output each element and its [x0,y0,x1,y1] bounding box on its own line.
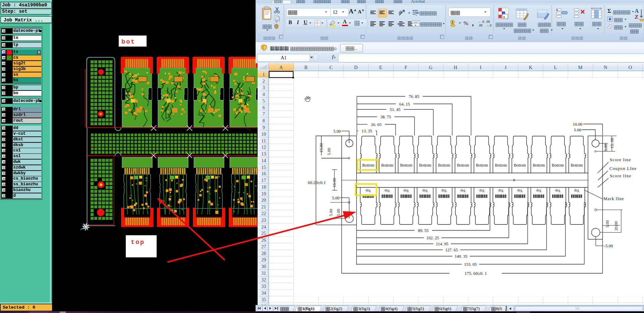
svg-text:32: 32 [261,277,266,283]
svg-text:Score lIne: Score lIne [610,174,631,178]
svg-text:Bottom: Bottom [552,163,564,168]
svg-text:Bottom: Bottom [400,163,413,168]
svg-text:23: 23 [261,218,266,223]
svg-text:8: 8 [263,118,265,123]
svg-text:140. 35: 140. 35 [455,254,468,259]
svg-text:I: I [480,65,482,70]
svg-text:34: 34 [261,291,266,296]
svg-text:9: 9 [263,125,265,130]
svg-text:64. 15: 64. 15 [399,102,410,107]
svg-text:13: 13 [261,151,266,156]
svg-text:30: 30 [261,264,266,269]
svg-text:15: 15 [261,165,266,170]
svg-text:Mark lIne: Mark lIne [603,196,624,201]
svg-text:102. 25: 102. 25 [426,236,439,240]
svg-text:89. 55: 89. 55 [418,228,428,233]
svg-text:-5.00: -5.00 [604,244,613,248]
svg-text:Bottom: Bottom [571,163,583,168]
svg-text:16: 16 [261,171,266,176]
svg-text:Top: Top [479,189,485,193]
svg-text:2: 2 [263,79,265,84]
svg-text:33: 33 [261,284,266,289]
svg-text:14: 14 [261,158,266,163]
svg-text:76. 85: 76. 85 [409,94,419,99]
svg-text:18: 18 [261,185,266,190]
svg-text:Bottom: Bottom [533,163,545,168]
svg-text:Top: Top [555,189,560,193]
svg-text:10.00: 10.00 [573,122,582,127]
svg-text:21: 21 [261,204,266,209]
svg-text:5.00: 5.00 [574,128,581,132]
svg-text:28: 28 [261,251,266,256]
svg-text:20.00: 20.00 [614,221,619,231]
svg-text:153. 05: 153. 05 [464,262,477,267]
svg-text:38. 75: 38. 75 [380,115,391,119]
svg-text:Top: Top [422,189,428,193]
svg-text:Top: Top [460,189,466,193]
svg-text:13. 35: 13. 35 [362,129,372,133]
svg-text:Top: Top [441,189,447,193]
svg-text:M: M [578,65,583,70]
svg-text:top: top [131,239,145,246]
svg-text:19: 19 [261,191,266,196]
svg-text:5: 5 [263,99,265,104]
svg-text:35: 35 [261,297,266,302]
svg-text:5.00: 5.00 [332,196,339,200]
svg-text:Bottom: Bottom [476,163,488,168]
svg-text:20: 20 [261,198,266,203]
svg-text:G: G [429,65,433,70]
svg-text:127. 65: 127. 65 [445,248,458,252]
svg-text:10: 10 [261,132,266,137]
svg-text:3: 3 [263,85,265,90]
svg-text:7: 7 [263,112,265,117]
svg-text:Bottom: Bottom [381,163,393,168]
svg-text:Bottom: Bottom [495,163,507,168]
svg-text:51. 45: 51. 45 [390,107,400,112]
svg-text:C: C [329,65,333,70]
svg-text:Bottom: Bottom [419,163,431,168]
svg-text:17: 17 [261,178,266,183]
svg-text:E: E [379,65,382,70]
svg-text:Top: Top [517,189,523,193]
svg-text:6: 6 [263,105,265,110]
svg-text:B: B [304,65,308,70]
svg-text:5.00: 5.00 [333,129,341,134]
svg-text:27: 27 [261,244,266,249]
svg-text:25: 25 [261,231,266,236]
svg-text:D: D [354,65,358,70]
svg-text:Score line: Score line [610,158,631,162]
svg-text:Top: Top [498,189,503,193]
svg-text:22: 22 [261,211,266,216]
svg-text:H: H [454,65,458,70]
svg-text:O: O [629,65,632,70]
svg-text:Top: Top [574,189,579,193]
svg-text:60.20±0.1: 60.20±0.1 [308,180,326,185]
svg-text:5.00: 5.00 [327,148,331,155]
svg-text:K: K [529,65,533,70]
svg-text:31: 31 [261,271,266,276]
svg-text:Top: Top [366,189,371,193]
svg-text:5.00: 5.00 [605,220,610,228]
svg-text:5.00: 5.00 [336,209,341,216]
svg-text:Bottom: Bottom [438,163,450,168]
svg-text:26. 05: 26. 05 [371,122,381,127]
svg-text:1: 1 [263,72,265,77]
svg-text:Coupon LIne: Coupon LIne [609,166,637,171]
svg-text:Bottom: Bottom [457,163,469,168]
svg-text:11: 11 [261,138,266,143]
svg-text:26: 26 [261,238,266,243]
svg-text:N: N [604,65,607,70]
svg-text:114. 95: 114. 95 [436,242,448,246]
svg-text:F: F [405,65,407,70]
svg-text:Z: Z [635,14,638,20]
svg-text:$: $ [451,20,453,24]
svg-text:Top: Top [536,189,541,193]
svg-text:175. 60±0. 1: 175. 60±0. 1 [465,271,487,276]
svg-text:bot: bot [121,38,136,46]
svg-text:Top: Top [384,189,390,193]
svg-text:J: J [504,65,506,70]
svg-text:Bottom: Bottom [362,163,375,168]
svg-text:12: 12 [261,145,266,150]
svg-text:29: 29 [261,257,266,262]
svg-text:ab: ab [398,9,403,15]
